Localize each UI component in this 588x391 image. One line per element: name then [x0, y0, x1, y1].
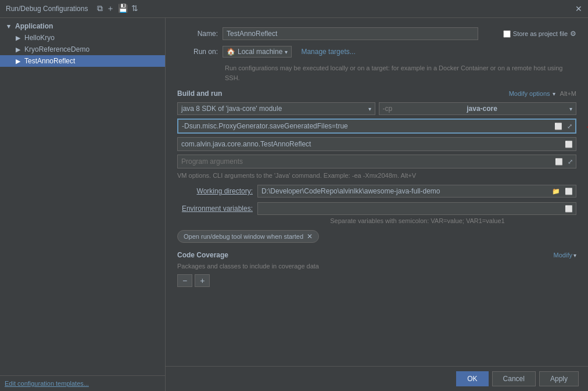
cp-dropdown[interactable]: -cp java-core ▾	[379, 102, 577, 115]
right-panel: Name: Store as project file ⚙ Run on: 🏠 …	[166, 18, 588, 391]
env-vars-expand-btn[interactable]: ⬜	[563, 205, 575, 213]
cancel-button[interactable]: Cancel	[492, 371, 536, 386]
sidebar: ▾ Application ▶ HelloKryo ▶ KryoReferenc…	[0, 18, 166, 391]
working-dir-folder-btn[interactable]: 📁	[550, 187, 562, 196]
build-and-run-title: Build and run	[177, 89, 222, 98]
sidebar-group-application[interactable]: ▾ Application	[0, 20, 165, 32]
run-on-value: Local machine	[238, 48, 282, 56]
working-dir-label: Working directory:	[177, 187, 253, 195]
cp-value: java-core	[467, 105, 497, 113]
close-button[interactable]: ✕	[575, 4, 582, 13]
gear-icon[interactable]: ⚙	[570, 30, 576, 38]
ok-button[interactable]: OK	[456, 371, 488, 386]
prog-args-buttons: ⬜ ⤢	[552, 156, 576, 167]
prog-args-inner: ⬜ ⤢	[177, 155, 576, 168]
local-machine-icon: 🏠	[227, 48, 235, 56]
add-icon[interactable]: ＋	[106, 3, 114, 14]
run-icon: ▶	[14, 58, 22, 65]
bottom-bar: OK Cancel Apply	[166, 366, 588, 391]
sidebar-footer: Edit configuration templates...	[0, 375, 165, 391]
modify-options-link[interactable]: Modify options	[509, 90, 550, 97]
coverage-plus-btn[interactable]: +	[195, 274, 210, 287]
prog-args-expand-btn[interactable]: ⬜	[553, 157, 565, 166]
main-content: ▾ Application ▶ HelloKryo ▶ KryoReferenc…	[0, 18, 588, 391]
chip-close-icon[interactable]: ✕	[307, 232, 313, 241]
modify-group: Modify ▾	[554, 252, 576, 259]
working-dir-buttons: 📁 ⬜	[549, 186, 576, 197]
vm-options-buttons: ⬜ ⤢	[551, 121, 575, 132]
run-tool-window-chip: Open run/debug tool window when started …	[177, 230, 319, 243]
sidebar-item-label: HelloKryo	[24, 34, 55, 42]
working-dir-row: Working directory: 📁 ⬜	[177, 185, 576, 198]
modify-options-shortcut: Alt+M	[560, 90, 576, 97]
coverage-buttons: − +	[177, 274, 576, 287]
sidebar-item-kryoreferencedemo[interactable]: ▶ KryoReferenceDemo	[0, 44, 165, 55]
working-dir-input[interactable]	[258, 185, 549, 197]
env-vars-label: Environment variables:	[177, 205, 253, 213]
sdk-value: java 8 SDK of 'java-core' module	[181, 105, 282, 113]
build-and-run-header: Build and run Modify options ▾ Alt+M	[177, 89, 576, 98]
run-on-row: Run on: 🏠 Local machine ▾ Manage targets…	[177, 46, 576, 58]
sort-icon[interactable]: ⇅	[131, 3, 138, 14]
edit-templates-link[interactable]: Edit configuration templates...	[5, 380, 89, 387]
vm-options-description: VM options. CLI arguments to the 'Java' …	[177, 172, 576, 179]
chip-label: Open run/debug tool window when started	[184, 233, 303, 240]
dropdown-arrow-icon: ▾	[285, 49, 288, 55]
main-class-expand-btn[interactable]: ⬜	[563, 140, 575, 149]
env-vars-buttons: ⬜	[562, 203, 576, 214]
name-label: Name:	[177, 30, 218, 38]
sdk-dropdown-arrow-icon: ▾	[368, 106, 371, 112]
run-on-description: Run configurations may be executed local…	[225, 63, 576, 82]
title-icons: ⧉ ＋ 💾 ⇅	[97, 3, 138, 14]
cp-prefix: -cp	[383, 105, 393, 113]
prog-args-input[interactable]	[178, 155, 552, 168]
coverage-minus-btn[interactable]: −	[177, 274, 192, 287]
prog-args-field: ⬜ ⤢	[177, 155, 576, 168]
sidebar-group-label: Application	[15, 22, 53, 30]
name-row: Name: Store as project file ⚙	[177, 27, 576, 40]
name-input[interactable]	[223, 27, 478, 40]
title-bar-left: Run/Debug Configurations ⧉ ＋ 💾 ⇅	[6, 3, 138, 14]
run-on-label: Run on:	[177, 48, 218, 56]
sidebar-item-label: TestAnnoReflect	[24, 57, 75, 65]
modify-link[interactable]: Modify	[554, 252, 572, 259]
run-icon: ▶	[14, 46, 22, 53]
code-coverage-header: Code Coverage Modify ▾	[177, 251, 576, 259]
store-project-label: Store as project file	[513, 30, 568, 37]
working-dir-var-btn[interactable]: ⬜	[563, 187, 575, 196]
save-icon[interactable]: 💾	[118, 3, 128, 14]
prog-args-fullscreen-btn[interactable]: ⤢	[566, 157, 575, 166]
sdk-dropdown[interactable]: java 8 SDK of 'java-core' module ▾	[177, 102, 375, 115]
copy-icon[interactable]: ⧉	[97, 3, 103, 14]
vm-options-wrapper: ⬜ ⤢ ◀	[177, 119, 576, 134]
vm-options-expand-btn[interactable]: ⬜	[553, 122, 564, 131]
main-class-field: ⬜	[177, 137, 576, 151]
config-content: Name: Store as project file ⚙ Run on: 🏠 …	[166, 18, 588, 366]
modify-chevron-icon: ▾	[573, 252, 576, 259]
main-class-buttons: ⬜	[562, 139, 576, 150]
sidebar-item-label: KryoReferenceDemo	[24, 45, 89, 53]
env-vars-description: Separate variables with semicolon: VAR=v…	[259, 217, 576, 224]
env-vars-row: Environment variables: ⬜	[177, 202, 576, 215]
title-bar: Run/Debug Configurations ⧉ ＋ 💾 ⇅ ✕	[0, 0, 588, 18]
vm-options-input[interactable]	[178, 120, 551, 132]
working-dir-field: 📁 ⬜	[257, 185, 576, 198]
main-class-input[interactable]	[178, 138, 562, 150]
env-vars-input[interactable]	[258, 203, 562, 214]
manage-targets-link[interactable]: Manage targets...	[301, 48, 355, 56]
run-on-dropdown[interactable]: 🏠 Local machine ▾	[223, 46, 292, 58]
vm-options-fullscreen-btn[interactable]: ⤢	[565, 122, 574, 131]
env-vars-field: ⬜	[257, 202, 576, 215]
store-project-checkbox[interactable]	[503, 30, 511, 38]
vm-options-field: ⬜ ⤢	[177, 119, 576, 134]
sidebar-tree: ▾ Application ▶ HelloKryo ▶ KryoReferenc…	[0, 18, 165, 375]
sidebar-item-testannoreflect[interactable]: ▶ TestAnnoReflect	[0, 55, 165, 67]
modify-options-group: Modify options ▾ Alt+M	[509, 90, 576, 97]
sdk-cp-row: java 8 SDK of 'java-core' module ▾ -cp j…	[177, 102, 576, 115]
dialog-title: Run/Debug Configurations	[6, 5, 88, 13]
sidebar-item-hellokryo[interactable]: ▶ HelloKryo	[0, 32, 165, 44]
apply-button[interactable]: Apply	[539, 371, 579, 386]
store-project-file-row: Store as project file ⚙	[503, 30, 576, 38]
coverage-description: Packages and classes to include in cover…	[177, 263, 576, 270]
cp-dropdown-arrow-icon: ▾	[569, 106, 572, 112]
